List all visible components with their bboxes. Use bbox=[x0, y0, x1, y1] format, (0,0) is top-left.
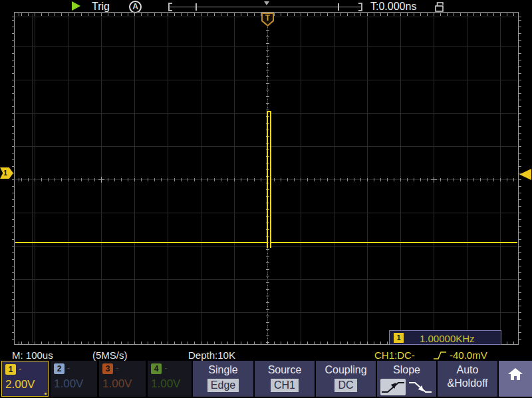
waveform-pulse-rise bbox=[267, 111, 268, 248]
graticule-ticks-right bbox=[519, 14, 521, 343]
run-state-play-icon bbox=[72, 1, 80, 11]
channel-4-cell[interactable]: 4 - 1.00V bbox=[148, 361, 192, 397]
oscilloscope-screen: Trig A T:0.000ns T 1 1 1.00000KHz bbox=[0, 0, 532, 398]
channel-1-badge: 1 bbox=[5, 364, 16, 375]
source-label: Source bbox=[255, 364, 315, 376]
frequency-value: 1.00000KHz bbox=[420, 333, 475, 344]
memory-bar-left-bracket bbox=[168, 3, 172, 11]
axis-cross-left bbox=[98, 177, 104, 183]
slope-rising-icon[interactable] bbox=[380, 379, 406, 395]
home-icon bbox=[499, 367, 532, 384]
trigger-source-readout: CH1:DC- bbox=[374, 349, 415, 361]
slope-label: Slope bbox=[377, 364, 436, 376]
waveform-baseline-left bbox=[15, 242, 267, 243]
channel-4-volts-div: 1.00V bbox=[151, 377, 180, 391]
single-value-chip: Edge bbox=[207, 379, 239, 392]
trigger-level-readout: -40.0mV bbox=[450, 349, 487, 361]
channel-4-badge: 4 bbox=[151, 363, 162, 374]
channel-1-coupling-dash: - bbox=[19, 363, 21, 373]
channel-3-coupling-dash: - bbox=[116, 363, 118, 373]
slope-menu-button[interactable]: Slope bbox=[377, 361, 436, 397]
waveform-pulse-fall bbox=[270, 111, 271, 248]
single-label: Single bbox=[193, 364, 253, 376]
coupling-label: Coupling bbox=[316, 364, 376, 376]
source-menu-button[interactable]: Source CH1 bbox=[255, 361, 315, 397]
memory-trigger-position-icon bbox=[264, 1, 269, 5]
slope-falling-icon[interactable] bbox=[408, 379, 433, 395]
graticule-ticks-left bbox=[12, 14, 15, 343]
channel-3-cell[interactable]: 3 - 1.00V bbox=[99, 361, 146, 397]
timebase-readout: M: 100us bbox=[12, 349, 53, 361]
holdoff-label: &Holdoff bbox=[438, 377, 497, 389]
source-value-chip: CH1 bbox=[271, 379, 299, 392]
axis-cross-right bbox=[431, 177, 437, 183]
ch1-zero-level-marker[interactable]: 1 bbox=[0, 167, 13, 179]
channel-2-badge: 2 bbox=[54, 363, 65, 374]
channel-1-volts-div: 2.00V bbox=[5, 378, 35, 391]
waveform-baseline-right bbox=[271, 242, 517, 243]
channel-3-badge: 3 bbox=[102, 363, 113, 374]
channel-1-cell[interactable]: 1 - 2.00V bbox=[1, 361, 49, 397]
auto-holdoff-menu-button[interactable]: Auto &Holdoff bbox=[438, 361, 497, 397]
single-menu-button[interactable]: Single Edge bbox=[193, 361, 253, 397]
trig-status-label: Trig bbox=[92, 1, 110, 13]
frequency-counter: 1 1.00000KHz bbox=[389, 330, 501, 345]
time-offset-readout: T:0.000ns bbox=[370, 1, 416, 13]
home-button[interactable] bbox=[499, 361, 532, 397]
channel-2-volts-div: 1.00V bbox=[54, 377, 83, 391]
memory-window-end-tick bbox=[338, 3, 339, 11]
channel-2-cell[interactable]: 2 - 1.00V bbox=[51, 361, 97, 397]
sample-rate-readout: (5MS/s) bbox=[92, 349, 128, 361]
frequency-channel-badge: 1 bbox=[394, 333, 404, 343]
memory-bar bbox=[168, 7, 362, 7]
coupling-menu-button[interactable]: Coupling DC bbox=[316, 361, 376, 397]
depth-readout: Depth:10K bbox=[188, 349, 235, 361]
coupling-value-chip: DC bbox=[334, 379, 356, 392]
memory-bar-right-bracket bbox=[358, 3, 362, 11]
channel-2-coupling-dash: - bbox=[67, 363, 70, 373]
auto-label: Auto bbox=[438, 364, 497, 376]
channel-4-coupling-dash: - bbox=[164, 363, 167, 373]
memory-window-start-tick bbox=[196, 3, 197, 11]
channel-3-volts-div: 1.00V bbox=[102, 377, 132, 391]
channel-1-corner-dot bbox=[45, 393, 47, 395]
